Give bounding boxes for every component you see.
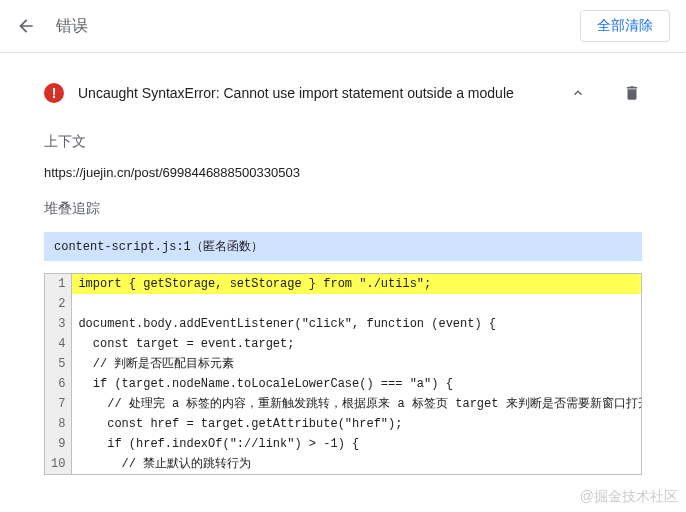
code-line: // 禁止默认的跳转行为 [72, 454, 641, 474]
error-summary-row[interactable]: ! Uncaught SyntaxError: Cannot use impor… [44, 73, 642, 113]
stack-location[interactable]: content-script.js:1（匿名函数） [44, 232, 642, 261]
code-lines: import { getStorage, setStorage } from "… [72, 274, 641, 474]
code-line [72, 294, 641, 314]
context-label: 上下文 [44, 133, 642, 151]
error-message: Uncaught SyntaxError: Cannot use import … [78, 85, 554, 101]
line-number: 4 [51, 334, 65, 354]
back-arrow-icon[interactable] [16, 16, 36, 36]
clear-all-button[interactable]: 全部清除 [580, 10, 670, 42]
page-title: 错误 [56, 16, 88, 37]
delete-icon[interactable] [622, 83, 642, 103]
error-badge-icon: ! [44, 83, 64, 103]
line-number: 1 [51, 274, 65, 294]
code-viewer[interactable]: 12345678910 import { getStorage, setStor… [44, 273, 642, 475]
code-line: const href = target.getAttribute("href")… [72, 414, 641, 434]
page-header: 错误 全部清除 [0, 0, 686, 53]
line-number: 5 [51, 354, 65, 374]
context-url: https://juejin.cn/post/69984468885003305… [44, 165, 642, 180]
code-line: if (href.indexOf("://link") > -1) { [72, 434, 641, 454]
line-number: 9 [51, 434, 65, 454]
stack-trace-label: 堆叠追踪 [44, 200, 642, 218]
code-line: if (target.nodeName.toLocaleLowerCase() … [72, 374, 641, 394]
code-line: // 判断是否匹配目标元素 [72, 354, 641, 374]
line-number: 8 [51, 414, 65, 434]
code-line: const target = event.target; [72, 334, 641, 354]
line-number: 7 [51, 394, 65, 414]
watermark: @掘金技术社区 [580, 488, 678, 506]
line-number: 6 [51, 374, 65, 394]
line-number: 3 [51, 314, 65, 334]
code-line: // 处理完 a 标签的内容，重新触发跳转，根据原来 a 标签页 target … [72, 394, 641, 414]
code-line: import { getStorage, setStorage } from "… [72, 274, 641, 294]
content-area: ! Uncaught SyntaxError: Cannot use impor… [0, 53, 686, 475]
chevron-up-icon[interactable] [568, 83, 588, 103]
code-gutter: 12345678910 [45, 274, 72, 474]
line-number: 10 [51, 454, 65, 474]
code-line: document.body.addEventListener("click", … [72, 314, 641, 334]
line-number: 2 [51, 294, 65, 314]
